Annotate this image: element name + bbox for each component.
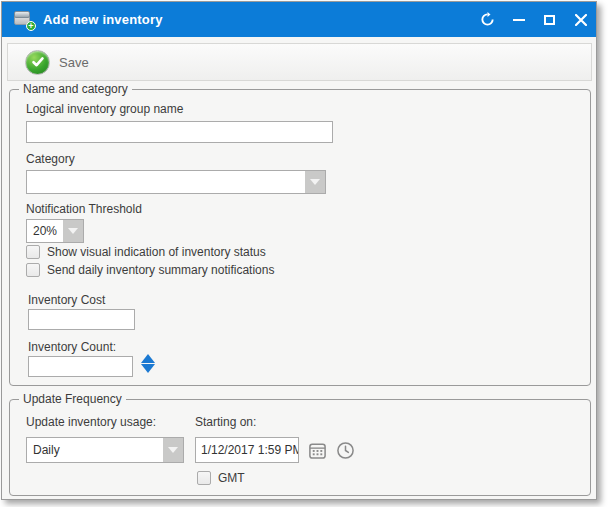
threshold-label: Notification Threshold (26, 202, 142, 216)
close-icon (575, 14, 587, 26)
threshold-select[interactable]: 20% (26, 219, 84, 243)
plus-badge-icon: + (26, 21, 36, 31)
time-picker-button[interactable] (334, 439, 356, 461)
usage-label: Update inventory usage: (26, 415, 156, 429)
daily-summary-row: Send daily inventory summary notificatio… (26, 263, 274, 277)
spinner-down-icon[interactable] (141, 364, 155, 373)
update-frequency-legend: Update Frequency (19, 392, 126, 406)
usage-selected-value: Daily (27, 438, 163, 462)
add-inventory-window: + Add new inventory (1, 1, 597, 500)
maximize-icon (544, 15, 555, 25)
category-label: Category (26, 152, 75, 166)
update-frequency-groupbox: Update Frequency Update inventory usage:… (9, 399, 591, 496)
starting-on-input[interactable] (195, 437, 299, 463)
clock-icon (336, 441, 355, 460)
daily-summary-checkbox[interactable] (26, 263, 40, 277)
gmt-checkbox[interactable] (197, 471, 211, 485)
inventory-count-input[interactable] (28, 356, 133, 377)
save-button-label: Save (59, 55, 89, 70)
inventory-cost-label: Inventory Cost (28, 293, 105, 307)
chevron-down-icon (168, 447, 178, 453)
calendar-icon (308, 441, 327, 460)
usage-dropdown-button[interactable] (163, 438, 183, 462)
save-check-icon (25, 50, 50, 75)
logical-name-input[interactable] (26, 121, 333, 143)
close-button[interactable] (565, 2, 596, 37)
category-dropdown-button[interactable] (305, 171, 325, 193)
inventory-cost-input[interactable] (28, 309, 135, 330)
spinner-up-icon[interactable] (141, 354, 155, 363)
save-button[interactable]: Save (17, 47, 97, 77)
gmt-label: GMT (218, 471, 245, 485)
minimize-button[interactable] (503, 2, 534, 37)
window-controls (472, 2, 596, 37)
threshold-dropdown-button[interactable] (63, 220, 83, 242)
visual-indication-row: Show visual indication of inventory stat… (26, 245, 266, 259)
minimize-icon (513, 19, 525, 21)
calendar-picker-button[interactable] (306, 439, 328, 461)
starting-on-label: Starting on: (195, 415, 256, 429)
usage-select[interactable]: Daily (26, 437, 184, 463)
category-selected-value (27, 171, 305, 193)
window-title: Add new inventory (43, 12, 163, 27)
chevron-down-icon (68, 228, 78, 234)
refresh-icon (480, 12, 495, 27)
category-select[interactable] (26, 170, 326, 194)
inventory-count-label: Inventory Count: (28, 340, 116, 354)
maximize-button[interactable] (534, 2, 565, 37)
refresh-button[interactable] (472, 2, 503, 37)
chevron-down-icon (310, 179, 320, 185)
visual-indication-checkbox[interactable] (26, 245, 40, 259)
titlebar[interactable]: + Add new inventory (2, 2, 596, 37)
daily-summary-label: Send daily inventory summary notificatio… (47, 263, 274, 277)
gmt-row: GMT (197, 471, 245, 485)
logical-name-label: Logical inventory group name (26, 102, 183, 116)
threshold-selected-value: 20% (27, 220, 63, 242)
inventory-count-stepper (141, 354, 155, 373)
name-category-legend: Name and category (19, 82, 132, 96)
toolbar: Save (7, 43, 592, 81)
inventory-add-app-icon: + (14, 11, 34, 29)
visual-indication-label: Show visual indication of inventory stat… (47, 245, 266, 259)
name-category-groupbox: Name and category Logical inventory grou… (9, 89, 591, 386)
